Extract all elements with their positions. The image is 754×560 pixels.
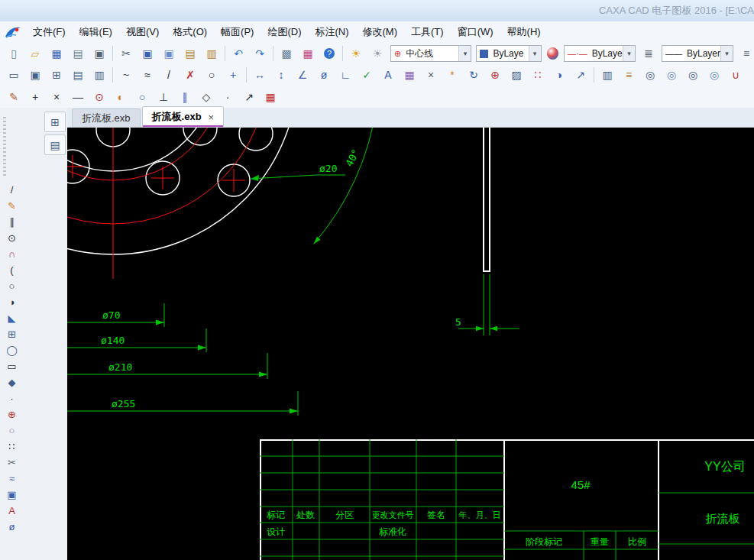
draw-arc-3p-button[interactable]: ( — [2, 262, 22, 277]
drawing-panel-button[interactable]: ▤ — [44, 134, 66, 155]
render-sphere-button[interactable]: ◑ — [549, 65, 570, 85]
centerline-combo-arrow[interactable]: ▾ — [458, 46, 471, 61]
draw-rectangle-button[interactable]: ▭ — [2, 358, 22, 374]
color-ball-icon[interactable] — [547, 47, 558, 60]
snap-nearest-button[interactable]: — — [67, 87, 89, 107]
menu-modify[interactable]: 修改(M) — [356, 21, 405, 43]
tab-document-1[interactable]: 折流板.exb — [72, 108, 141, 127]
bom-table-button[interactable]: ▤ — [67, 65, 89, 85]
parameter-bar-button[interactable]: ⊞ — [46, 65, 67, 85]
draw-offset-button[interactable]: ○ — [2, 422, 22, 438]
dim-linear-button[interactable]: ↔ — [249, 65, 270, 85]
save-file-button[interactable]: ▦ — [46, 44, 67, 63]
layer-color-button[interactable]: ☀ — [367, 44, 388, 63]
zoom-in-button[interactable]: ◎ — [682, 65, 704, 85]
sketch-pen-button[interactable]: ✎ — [3, 87, 24, 107]
trim-button[interactable]: ✂ — [2, 455, 22, 470]
print-button[interactable]: ▣ — [89, 44, 110, 63]
draw-circle-2p-button[interactable]: ○ — [2, 278, 22, 293]
menu-tools[interactable]: 工具(T) — [404, 21, 451, 43]
help-button[interactable]: ? — [319, 44, 340, 63]
quick-dim-button[interactable]: ↯ — [746, 65, 754, 85]
dim-coordinate-button[interactable]: ∟ — [335, 65, 356, 85]
draw-point-button[interactable]: · — [2, 390, 22, 406]
zoom-window-button[interactable]: ◎ — [639, 65, 661, 85]
center-mark-button[interactable]: ⊕ — [484, 65, 506, 85]
erase-button[interactable]: ✗ — [180, 65, 201, 85]
copy-button[interactable]: ▣ — [137, 44, 158, 63]
centerline-style-combo[interactable]: ⊕ 中心线 ▾ — [390, 45, 471, 62]
snap-tangent-button[interactable]: ○ — [131, 87, 153, 107]
cut-button[interactable]: ✂ — [115, 44, 137, 63]
undo-button[interactable]: ↶ — [228, 44, 249, 63]
draw-arc-button[interactable]: ∩ — [2, 246, 22, 261]
snap-center-button[interactable]: ⊙ — [89, 87, 110, 107]
draw-parallel-button[interactable]: ∥ — [2, 214, 22, 229]
array-button[interactable]: ∷ — [527, 65, 549, 85]
draw-text-button[interactable]: A — [2, 503, 22, 518]
menu-file[interactable]: 文件(F) — [26, 21, 73, 43]
snap-parallel-button[interactable]: ∥ — [174, 87, 196, 107]
dim-vertical-button[interactable]: ↕ — [270, 65, 292, 85]
snap-endpoint-button[interactable]: + — [24, 87, 46, 107]
toolbar-grip[interactable] — [3, 117, 6, 176]
paste-button[interactable]: ▤ — [180, 44, 201, 63]
dim-diameter-button[interactable]: ø — [313, 65, 335, 85]
drawing-canvas[interactable]: ø20 40° ø70 ø140 ø210 ø255 5 标记 处数 — [67, 128, 754, 560]
snap-extension-button[interactable]: ↗ — [238, 87, 260, 107]
tab-document-2-active[interactable]: 折流板.exb × — [142, 106, 225, 127]
linetype-combo-arrow[interactable]: ▾ — [623, 46, 635, 61]
menu-help[interactable]: 帮助(H) — [500, 21, 548, 43]
dim-angular-button[interactable]: ∠ — [292, 65, 313, 85]
menu-format[interactable]: 格式(O) — [166, 21, 214, 43]
draw-wave-line-button[interactable]: ≈ — [2, 471, 22, 486]
snap-perpendicular-button[interactable]: ⊥ — [153, 87, 174, 107]
draw-ellipse-button[interactable]: ◯ — [2, 342, 22, 358]
snap-intersection-button[interactable]: × — [46, 87, 67, 107]
pan-button[interactable]: + — [222, 65, 244, 85]
draw-circle-button[interactable]: ⊙ — [2, 230, 22, 245]
layer-on-button[interactable]: ☀ — [345, 44, 367, 63]
menu-paper[interactable]: 幅面(P) — [214, 21, 261, 43]
new-file-button[interactable]: ▯ — [3, 44, 24, 63]
menu-dimension[interactable]: 标注(N) — [308, 21, 355, 43]
curve-button[interactable]: ≈ — [137, 65, 158, 85]
paper-setup-button[interactable]: ▭ — [3, 65, 24, 85]
leader-button[interactable]: ↗ — [570, 65, 591, 85]
paste-special-button[interactable]: ▥ — [201, 44, 222, 63]
layer-combo-arrow[interactable]: ▾ — [529, 46, 541, 61]
menu-draw[interactable]: 绘图(D) — [261, 21, 308, 43]
snap-node-button[interactable]: ◇ — [196, 87, 217, 107]
circle-button[interactable]: ○ — [201, 65, 222, 85]
spline-button[interactable]: ~ — [115, 65, 137, 85]
sheet-panel-button[interactable]: ⊞ — [44, 112, 66, 132]
menu-view[interactable]: 视图(V) — [119, 21, 166, 43]
redo-button[interactable]: ↷ — [249, 44, 270, 63]
zoom-out-button[interactable]: ◎ — [704, 65, 725, 85]
menu-window[interactable]: 窗口(W) — [451, 21, 500, 43]
grid-settings-button[interactable]: ▦ — [260, 87, 281, 107]
linewidth-settings-button[interactable]: ≡ — [736, 44, 754, 63]
zoom-pan-button[interactable]: ◎ — [661, 65, 682, 85]
draw-sketch-button[interactable]: ✎ — [2, 198, 22, 213]
draw-polygon-button[interactable]: ◆ — [2, 374, 22, 390]
copy-object-button[interactable]: ▣ — [2, 487, 22, 502]
dim-check-button[interactable]: ✓ — [356, 65, 377, 85]
plot-preview-button[interactable]: ▤ — [67, 44, 89, 63]
open-file-button[interactable]: ▱ — [24, 44, 46, 63]
snap-point-button[interactable]: · — [217, 87, 238, 107]
draw-line-button[interactable]: / — [2, 182, 22, 197]
linewidth-list-button[interactable]: ≣ — [638, 44, 659, 63]
draw-polyline-button[interactable]: ◣ — [2, 310, 22, 325]
tab-close-icon[interactable]: × — [209, 112, 215, 123]
break-button[interactable]: × — [420, 65, 442, 85]
linewidth-combo[interactable]: —— ByLayer ▾ — [662, 45, 733, 62]
layer-combo[interactable]: ByLaye ▾ — [476, 45, 541, 62]
ruler-button[interactable]: ≡ — [618, 65, 639, 85]
snap-quadrant-button[interactable]: ◐ — [110, 87, 131, 107]
rotate-button[interactable]: ↻ — [463, 65, 484, 85]
sheet-number-button[interactable]: ▥ — [89, 65, 110, 85]
copy-with-basepoint-button[interactable]: ▣ — [158, 44, 180, 63]
title-block-button[interactable]: ▣ — [24, 65, 46, 85]
draw-points-button[interactable]: ∷ — [2, 439, 22, 454]
